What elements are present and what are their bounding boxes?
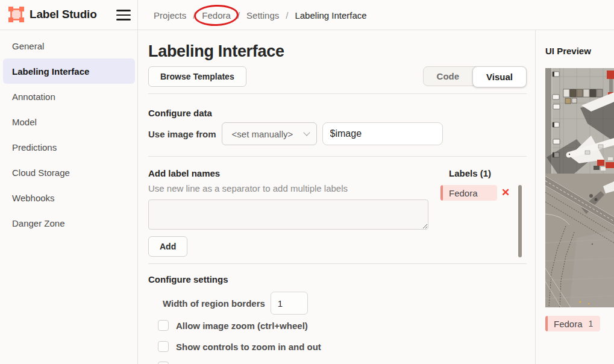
- configure-settings-heading: Configure settings: [148, 274, 228, 284]
- allow-image-zoom-row: Allow image zoom (ctrl+wheel): [158, 320, 308, 331]
- ui-preview-heading: UI Preview: [545, 46, 591, 56]
- sidebar-item-webhooks[interactable]: Webhooks: [3, 185, 135, 210]
- region-border-width-label: Width of region borders: [163, 298, 265, 309]
- region-border-width-input[interactable]: [271, 292, 308, 315]
- browse-templates-button[interactable]: Browse Templates: [148, 66, 246, 87]
- app-title: Label Studio: [30, 8, 97, 21]
- toggle-code[interactable]: Code: [424, 67, 473, 86]
- labels-list-heading: Labels (1): [449, 168, 491, 178]
- divider: [148, 93, 527, 94]
- sidebar-item-general[interactable]: General: [3, 33, 135, 58]
- breadcrumb-labeling-interface: Labeling Interface: [295, 10, 366, 20]
- region-border-width-row: Width of region borders: [163, 292, 308, 315]
- top-header: Label Studio Projects / Fedora / Setting…: [0, 0, 614, 30]
- label-color-stripe: [545, 316, 548, 331]
- label-count: 1: [589, 319, 594, 328]
- show-zoom-controls-checkbox[interactable]: [158, 341, 169, 352]
- use-image-from-label: Use image from: [148, 129, 216, 139]
- preview-label-chip-fedora[interactable]: Fedora 1: [545, 316, 600, 331]
- code-visual-toggle: Code Visual: [423, 66, 527, 86]
- delete-label-icon[interactable]: ✕: [501, 186, 510, 200]
- ui-preview-panel: UI Preview: [536, 30, 614, 364]
- sidebar-item-annotation[interactable]: Annotation: [3, 84, 135, 109]
- chevron-down-icon: [303, 129, 310, 136]
- configure-data-heading: Configure data: [148, 108, 212, 118]
- image-source-select[interactable]: <set manually>: [222, 122, 317, 145]
- partial-checkbox-row: [158, 362, 169, 364]
- label-studio-logo[interactable]: Label Studio: [8, 7, 97, 22]
- partial-checkbox[interactable]: [158, 362, 169, 364]
- breadcrumb-separator: /: [286, 10, 288, 20]
- sidebar-item-cloud-storage[interactable]: Cloud Storage: [3, 160, 135, 185]
- sidebar-divider: [137, 0, 138, 364]
- allow-image-zoom-checkbox[interactable]: [158, 320, 169, 331]
- add-label-names-hint: Use new line as a separator to add multi…: [148, 183, 348, 193]
- main-content: Labeling Interface Browse Templates Code…: [148, 30, 527, 364]
- breadcrumb-projects[interactable]: Projects: [154, 10, 186, 20]
- add-label-button[interactable]: Add: [148, 236, 187, 257]
- show-zoom-controls-label: Show controls to zoom in and out: [176, 342, 321, 352]
- configure-data-row: Use image from <set manually>: [148, 122, 443, 145]
- breadcrumb-separator: /: [237, 10, 240, 20]
- preview-panel-divider: [535, 30, 536, 364]
- sidebar-item-danger-zone[interactable]: Danger Zone: [3, 210, 135, 236]
- add-label-names-heading: Add label names: [148, 168, 220, 178]
- image-variable-input[interactable]: [322, 122, 443, 145]
- label-chip-fedora[interactable]: Fedora: [440, 185, 497, 201]
- label-name: Fedora: [554, 319, 583, 329]
- label-color-stripe: [440, 185, 443, 201]
- settings-sidebar: General Labeling Interface Annotation Mo…: [0, 30, 137, 236]
- breadcrumb-project-fedora[interactable]: Fedora: [202, 10, 231, 20]
- show-zoom-controls-row: Show controls to zoom in and out: [158, 341, 321, 352]
- menu-icon[interactable]: [116, 10, 131, 20]
- breadcrumb-settings[interactable]: Settings: [246, 10, 279, 20]
- sidebar-item-predictions[interactable]: Predictions: [3, 134, 135, 160]
- image-source-value: <set manually>: [232, 129, 293, 139]
- label-studio-logo-icon: [8, 7, 24, 22]
- sidebar-item-labeling-interface[interactable]: Labeling Interface: [3, 58, 135, 84]
- breadcrumb: Projects / Fedora / Settings / Labeling …: [154, 0, 367, 30]
- label-studio-settings-page: { "colors": { "brand": "#ff7557", "accen…: [0, 0, 614, 364]
- labels-scrollbar-thumb[interactable]: [518, 185, 522, 257]
- label-names-textarea[interactable]: [148, 199, 428, 230]
- breadcrumb-separator: /: [193, 10, 195, 20]
- ui-preview-image[interactable]: [545, 68, 614, 307]
- toggle-visual[interactable]: Visual: [472, 66, 527, 87]
- sidebar-item-model[interactable]: Model: [3, 109, 135, 134]
- divider: [148, 156, 527, 157]
- page-title: Labeling Interface: [148, 42, 284, 61]
- divider: [148, 263, 527, 264]
- allow-image-zoom-label: Allow image zoom (ctrl+wheel): [176, 321, 308, 331]
- label-name: Fedora: [449, 188, 478, 198]
